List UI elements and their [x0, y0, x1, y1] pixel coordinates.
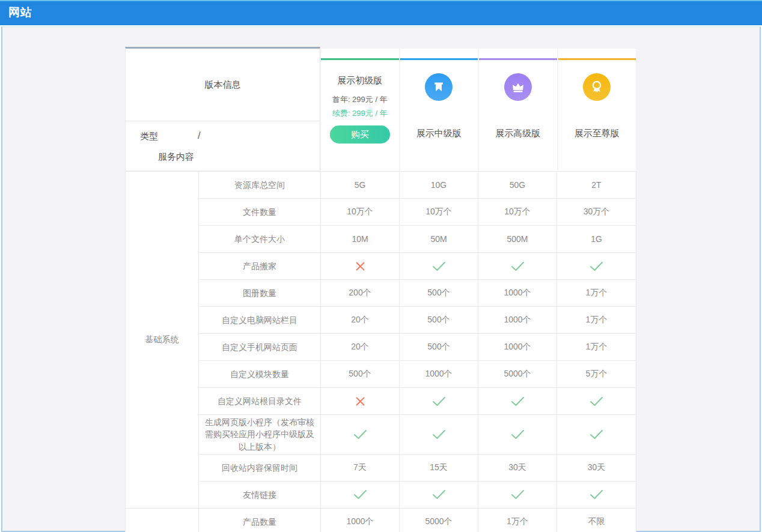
buy-button[interactable]: 购买: [330, 125, 390, 144]
value-cell: [321, 388, 400, 415]
content-panel: 版本信息 类型 / 服务内容 展示初级版 首年: 299元 / 年 续费: 29…: [1, 26, 761, 532]
plan-name: 展示中级版: [416, 128, 462, 139]
check-icon: [431, 261, 447, 272]
plan-name: 展示高级版: [495, 128, 540, 139]
value-cell: 30万个: [557, 199, 636, 226]
cross-icon: [355, 261, 365, 271]
value-cell: [557, 415, 636, 455]
value-cell: [557, 253, 636, 280]
feature-label: 回收站内容保留时间: [199, 454, 321, 481]
table-row: 产品数量1000个5000个1万个不限: [126, 508, 636, 532]
table-row: 自定义电脑网站栏目20个500个1000个1万个: [126, 307, 636, 334]
group-label: [126, 508, 199, 532]
value-cell: 1000个: [400, 361, 478, 388]
feature-label: 自定义网站根目录文件: [199, 388, 321, 415]
value-cell: 5000个: [478, 361, 557, 388]
check-icon: [431, 489, 447, 500]
plan-card-supreme: 展示至尊版: [558, 49, 636, 171]
check-icon: [589, 261, 604, 272]
value-cell: 1000个: [478, 280, 557, 307]
feature-label: 产品搬家: [199, 253, 321, 280]
value-cell: [400, 388, 478, 415]
value-cell: 10万个: [400, 199, 478, 226]
check-icon: [431, 429, 447, 440]
corner-header-cell: 版本信息 类型 / 服务内容: [125, 47, 320, 171]
value-cell: 1000个: [321, 508, 400, 532]
slash-divider: /: [198, 130, 201, 142]
feature-label: 自定义手机网站页面: [199, 334, 321, 361]
table-row: 产品搬家: [126, 253, 636, 280]
value-cell: [400, 481, 478, 508]
pricing-table: 版本信息 类型 / 服务内容 展示初级版 首年: 299元 / 年 续费: 29…: [125, 47, 636, 532]
value-cell: 7天: [321, 454, 400, 481]
value-cell: 500个: [400, 307, 478, 334]
plan-accent-bar: [558, 58, 636, 60]
table-row: 生成网页版小程序（发布审核需购买轻应用小程序中级版及以上版本）: [126, 415, 636, 455]
value-cell: 5万个: [557, 361, 636, 388]
value-cell: [478, 253, 557, 280]
check-icon: [510, 261, 525, 272]
value-cell: 15天: [400, 454, 478, 481]
value-cell: 1万个: [557, 307, 636, 334]
value-cell: [400, 415, 478, 455]
value-cell: 500个: [400, 280, 478, 307]
feature-label: 资源库总空间: [199, 172, 321, 199]
value-cell: [557, 481, 636, 508]
value-cell: 50G: [478, 172, 557, 199]
app-header: 网站: [0, 0, 762, 25]
plan-card-advanced: 展示高级版: [479, 49, 557, 171]
feature-label: 单个文件大小: [199, 226, 321, 253]
check-icon: [353, 489, 368, 500]
feature-label: 自定义电脑网站栏目: [199, 307, 321, 334]
plan-accent-bar: [479, 58, 557, 60]
medal-icon: [583, 73, 611, 101]
plan-name: 展示初级版: [337, 75, 382, 86]
feature-label: 自定义模块数量: [199, 361, 321, 388]
value-cell: [321, 481, 400, 508]
type-label: 类型: [140, 131, 158, 142]
feature-label: 文件数量: [199, 199, 321, 226]
value-cell: 不限: [557, 508, 636, 532]
table-row: 图册数量200个500个1000个1万个: [126, 280, 636, 307]
check-icon: [510, 489, 525, 500]
check-icon: [589, 489, 604, 500]
value-cell: 10G: [400, 172, 478, 199]
value-cell: 5G: [321, 172, 400, 199]
value-cell: [557, 388, 636, 415]
page-title: 网站: [0, 1, 762, 24]
value-cell: 1000个: [478, 334, 557, 361]
feature-label: 生成网页版小程序（发布审核需购买轻应用小程序中级版及以上版本）: [199, 415, 321, 455]
group-label: 基础系统: [126, 172, 199, 509]
value-cell: 1G: [557, 226, 636, 253]
value-cell: 20个: [321, 307, 400, 334]
plan-name: 展示至尊版: [575, 128, 620, 139]
value-cell: 10M: [321, 226, 400, 253]
value-cell: 1万个: [557, 334, 636, 361]
value-cell: 30天: [478, 454, 557, 481]
value-cell: [400, 253, 478, 280]
plan-accent-bar: [400, 58, 478, 60]
feature-label: 产品数量: [199, 508, 321, 532]
value-cell: [321, 253, 400, 280]
value-cell: 30天: [557, 454, 636, 481]
renew-price: 续费: 299元 / 年: [332, 108, 388, 119]
plan-card-basic: 展示初级版 首年: 299元 / 年 续费: 299元 / 年 购买: [321, 49, 399, 171]
crown-icon: [504, 73, 532, 101]
check-icon: [510, 429, 525, 440]
check-icon: [589, 396, 604, 407]
check-icon: [589, 429, 604, 440]
table-row: 自定义手机网站页面20个500个1000个1万个: [126, 334, 636, 361]
value-cell: 5000个: [400, 508, 478, 532]
plan-accent-bar: [321, 58, 399, 60]
value-cell: 10万个: [321, 199, 400, 226]
value-cell: 200个: [321, 280, 400, 307]
pricing-table-header: 版本信息 类型 / 服务内容 展示初级版 首年: 299元 / 年 续费: 29…: [125, 47, 636, 171]
value-cell: [478, 388, 557, 415]
table-row: 单个文件大小10M50M500M1G: [126, 226, 636, 253]
check-icon: [510, 396, 525, 407]
first-year-price: 首年: 299元 / 年: [332, 94, 388, 105]
version-info-label: 版本信息: [205, 79, 241, 91]
value-cell: [321, 415, 400, 455]
table-row: 友情链接: [126, 481, 636, 508]
value-cell: 20个: [321, 334, 400, 361]
